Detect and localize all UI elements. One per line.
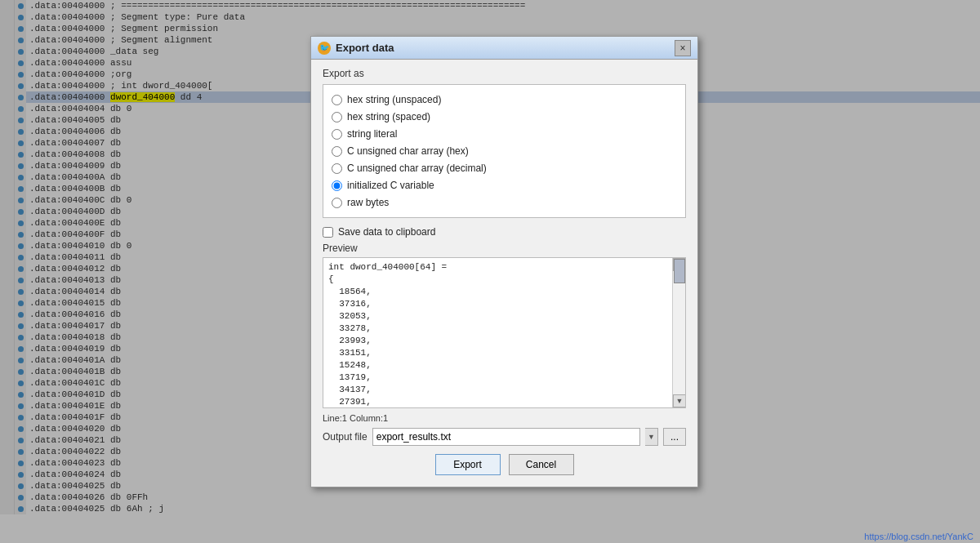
dialog-title-left: 🐦 Export data xyxy=(318,42,394,55)
radio-group: hex string (unspaced) hex string (spaced… xyxy=(323,84,686,218)
browse-button[interactable]: ... xyxy=(663,428,686,446)
close-button[interactable]: × xyxy=(675,40,691,56)
radio-item-c-hex[interactable]: C unsigned char array (hex) xyxy=(332,144,677,158)
radio-item-string-literal[interactable]: string literal xyxy=(332,127,677,141)
output-dropdown[interactable]: ▼ xyxy=(645,428,658,446)
output-label: Output file xyxy=(323,431,368,443)
radio-item-hex-spaced[interactable]: hex string (spaced) xyxy=(332,109,677,124)
radio-item-hex-unspaced[interactable]: hex string (unspaced) xyxy=(332,92,677,107)
radio-label-raw-bytes: raw bytes xyxy=(347,197,389,208)
watermark: https://blog.csdn.net/YankC xyxy=(864,532,973,541)
radio-label-hex-spaced: hex string (spaced) xyxy=(347,111,430,122)
radio-label-init-c: initialized C variable xyxy=(347,180,434,191)
cancel-button[interactable]: Cancel xyxy=(509,454,574,475)
dialog-icon: 🐦 xyxy=(318,42,331,55)
save-clipboard-checkbox[interactable] xyxy=(323,227,333,238)
dialog-title: Export data xyxy=(336,42,394,54)
radio-label-c-hex: C unsigned char array (hex) xyxy=(347,145,469,157)
dialog-titlebar: 🐦 Export data × xyxy=(311,37,697,60)
output-input[interactable] xyxy=(372,428,640,446)
radio-item-raw-bytes[interactable]: raw bytes xyxy=(332,195,677,210)
export-dialog: 🐦 Export data × Export as hex string (un… xyxy=(310,36,698,487)
save-clipboard-row[interactable]: Save data to clipboard xyxy=(323,226,686,238)
preview-area: int dword_404000[64] = { 18564, 37316, 3… xyxy=(323,257,686,408)
radio-label-c-decimal: C unsigned char array (decimal) xyxy=(347,162,487,174)
preview-text: int dword_404000[64] = { 18564, 37316, 3… xyxy=(323,258,672,407)
preview-scrollbar[interactable]: ▲ ▼ xyxy=(672,258,685,407)
radio-item-c-decimal[interactable]: C unsigned char array (decimal) xyxy=(332,161,677,176)
export-button[interactable]: Export xyxy=(435,454,501,475)
radio-label-string-literal: string literal xyxy=(347,128,397,140)
scrollbar-arrow-down[interactable]: ▼ xyxy=(673,394,686,407)
status-row: Line:1 Column:1 xyxy=(323,413,686,423)
radio-item-init-c[interactable]: initialized C variable xyxy=(332,178,677,193)
preview-label: Preview xyxy=(323,243,686,254)
scrollbar-thumb[interactable] xyxy=(674,259,685,283)
export-as-label: Export as xyxy=(323,68,686,79)
output-row: Output file ▼ ... xyxy=(323,428,686,446)
radio-label-hex-unspaced: hex string (unspaced) xyxy=(347,94,441,105)
dialog-body: Export as hex string (unspaced) hex stri… xyxy=(311,60,697,487)
button-row: Export Cancel xyxy=(323,454,686,478)
save-clipboard-label: Save data to clipboard xyxy=(338,226,435,238)
